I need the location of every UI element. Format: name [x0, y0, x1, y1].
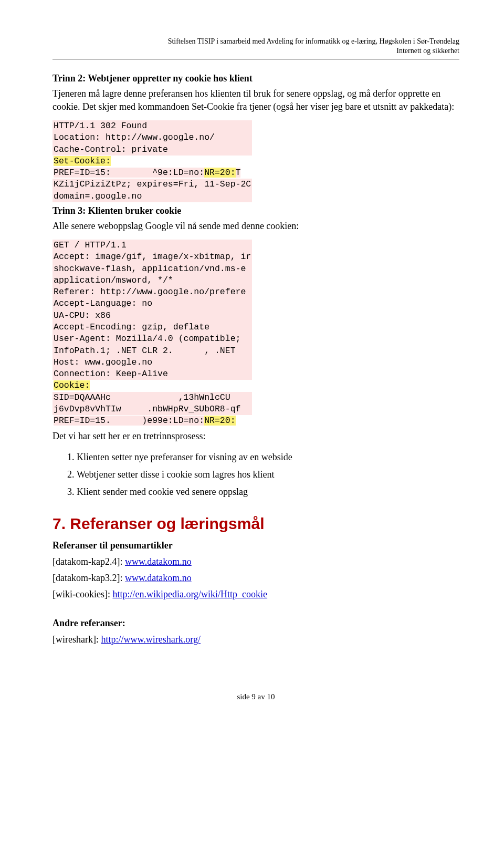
- ref-line-3: [wiki-cookies]: http://en.wikipedia.org/…: [52, 589, 459, 600]
- header-org: Stiftelsen TISIP i samarbeid med Avdelin…: [52, 37, 459, 46]
- list-item: Webtjener setter disse i cookie som lagr…: [77, 468, 459, 482]
- summary-intro: Det vi har sett her er en tretrinnsprose…: [52, 430, 459, 442]
- code-line: Connection: Keep-Alive: [52, 368, 252, 380]
- code-line: User-Agent: Mozilla/4.0 (compatible;: [52, 333, 252, 345]
- code-line: Set-Cookie:: [52, 156, 252, 167]
- http-request-snippet: GET / HTTP/1.1Accept: image/gif, image/x…: [52, 240, 459, 427]
- code-line: Location: http://www.google.no/: [52, 132, 252, 143]
- code-line: Accept: image/gif, image/x-xbitmap, ir: [52, 251, 252, 263]
- refs-heading: Referanser til pensumartikler: [52, 540, 459, 551]
- code-line: SID=DQAAAHc ,13hWnlcCU: [52, 392, 252, 403]
- list-item: Klienten setter nye preferanser for visn…: [77, 450, 459, 464]
- section-7-title: 7. Referanser og læringsmål: [52, 515, 459, 533]
- code-line: Host: www.google.no: [52, 357, 252, 368]
- page-header: Stiftelsen TISIP i samarbeid med Avdelin…: [52, 37, 459, 56]
- code-line: PREF=ID=15: ^9e:LD=no:NR=20:T: [52, 167, 252, 179]
- http-response-snippet: HTTP/1.1 302 FoundLocation: http://www.g…: [52, 120, 459, 202]
- code-line: Cache-Control: private: [52, 144, 252, 156]
- step2-title: Trinn 2: Webtjener oppretter ny cookie h…: [52, 73, 459, 84]
- step2-paragraph: Tjeneren må lagre denne preferansen hos …: [52, 87, 459, 113]
- ref-label: [wireshark]:: [52, 634, 101, 645]
- step3-title: Trinn 3: Klienten bruker cookie: [52, 205, 459, 216]
- ref-line-4: [wireshark]: http://www.wireshark.org/: [52, 634, 459, 645]
- ref-line-1: [datakom-kap2.4]: www.datakom.no: [52, 556, 459, 567]
- ref-link-wiki-cookies[interactable]: http://en.wikipedia.org/wiki/Http_cookie: [112, 589, 267, 599]
- code-line: GET / HTTP/1.1: [52, 240, 252, 251]
- header-topic: Internett og sikkerhet: [52, 46, 459, 56]
- header-divider: [52, 59, 459, 59]
- ref-line-2: [datakom-kap3.2]: www.datakom.no: [52, 573, 459, 584]
- other-refs-heading: Andre referanser:: [52, 618, 459, 629]
- ref-label: [datakom-kap2.4]:: [52, 556, 125, 567]
- page-footer: side 9 av 10: [52, 692, 459, 701]
- code-line: PREF=ID=15. )e99e:LD=no:NR=20:: [52, 415, 252, 427]
- code-line: shockwave-flash, application/vnd.ms-e: [52, 263, 252, 275]
- code-line: UA-CPU: x86: [52, 310, 252, 322]
- code-line: domain=.google.no: [52, 191, 252, 202]
- list-item: Klient sender med cookie ved senere opps…: [77, 485, 459, 499]
- code-line: KZi1jCPiziZtPz; expires=Fri, 11-Sep-2C: [52, 179, 252, 190]
- ref-link-datakom-2[interactable]: www.datakom.no: [125, 573, 192, 583]
- step3-paragraph: Alle senere weboppslag Google vil nå sen…: [52, 220, 459, 232]
- code-line: HTTP/1.1 302 Found: [52, 120, 252, 132]
- ref-label: [datakom-kap3.2]:: [52, 573, 125, 583]
- code-line: application/msword, */*: [52, 275, 252, 286]
- ref-link-wireshark[interactable]: http://www.wireshark.org/: [101, 634, 200, 645]
- code-line: Referer: http://www.google.no/prefere: [52, 286, 252, 298]
- code-line: Accept-Language: no: [52, 298, 252, 309]
- code-line: Cookie:: [52, 380, 252, 391]
- ref-label: [wiki-cookies]:: [52, 589, 112, 599]
- code-line: InfoPath.1; .NET CLR 2. , .NET: [52, 345, 252, 357]
- summary-list: Klienten setter nye preferanser for visn…: [52, 450, 459, 499]
- code-line: Accept-Encoding: gzip, deflate: [52, 322, 252, 333]
- code-line: j6vDvp8vVhTIw .nbWHpRv_SUbOR8-qf: [52, 403, 252, 415]
- ref-link-datakom-1[interactable]: www.datakom.no: [125, 556, 192, 567]
